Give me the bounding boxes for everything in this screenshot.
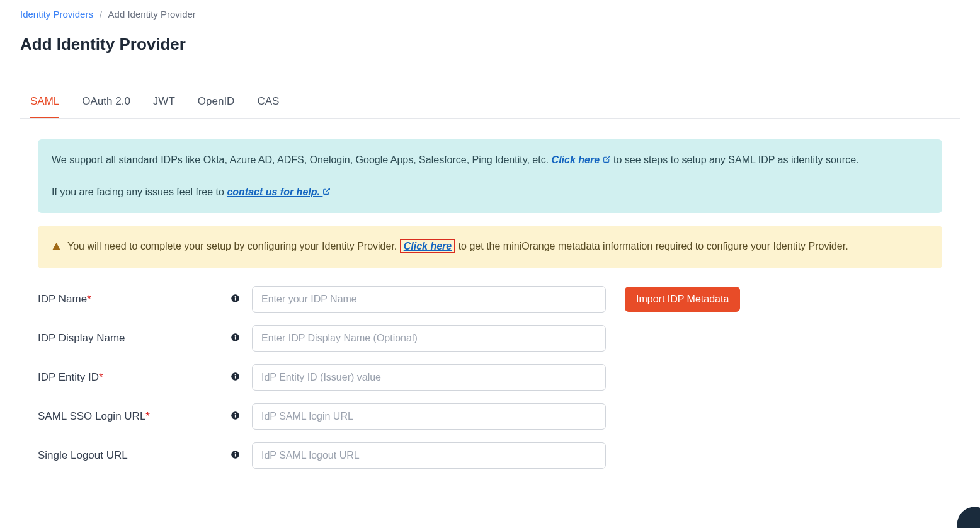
warn-text-pre: You will need to complete your setup by … [67, 241, 400, 251]
info-text-1b: to see steps to setup any SAML IDP as id… [611, 154, 859, 165]
svg-rect-9 [235, 376, 236, 379]
breadcrumb: Identity Providers / Add Identity Provid… [20, 9, 960, 20]
svg-rect-6 [235, 337, 236, 340]
svg-line-1 [326, 188, 330, 192]
label-saml-sso-url: SAML SSO Login URL* [38, 410, 227, 423]
breadcrumb-current: Add Identity Provider [108, 9, 196, 20]
info-text-1a: We support all standard IDPs like Okta, … [52, 154, 552, 165]
external-link-icon [603, 152, 611, 168]
info-icon[interactable] [231, 333, 240, 343]
form-row-idp-name: IDP Name* Import IDP Metadata [38, 286, 942, 313]
form-row-saml-sso-url: SAML SSO Login URL* [38, 403, 942, 430]
svg-point-13 [235, 413, 236, 415]
idp-form: IDP Name* Import IDP Metadata IDP Displa… [38, 286, 942, 469]
external-link-icon [322, 184, 331, 200]
breadcrumb-parent-link[interactable]: Identity Providers [20, 9, 93, 20]
input-single-logout-url[interactable] [252, 442, 606, 469]
form-row-idp-entity-id: IDP Entity ID* [38, 364, 942, 391]
svg-point-10 [235, 374, 236, 376]
svg-rect-15 [235, 454, 236, 457]
form-row-single-logout-url: Single Logout URL [38, 442, 942, 469]
warning-icon [52, 240, 61, 256]
tab-saml[interactable]: SAML [30, 88, 59, 118]
form-row-idp-display-name: IDP Display Name [38, 325, 942, 352]
info-link-setup[interactable]: Click here [552, 154, 611, 165]
tabs-container: SAML OAuth 2.0 JWT OpenID CAS [20, 88, 960, 119]
input-idp-display-name[interactable] [252, 325, 606, 352]
info-icon[interactable] [231, 372, 240, 382]
info-link-contact[interactable]: contact us for help. [227, 187, 331, 197]
label-idp-entity-id: IDP Entity ID* [38, 371, 227, 384]
warn-link-metadata[interactable]: Click here [400, 239, 455, 253]
warning-alert: You will need to complete your setup by … [38, 226, 942, 269]
svg-point-4 [235, 296, 236, 297]
input-idp-name[interactable] [252, 286, 606, 313]
import-metadata-button[interactable]: Import IDP Metadata [625, 287, 740, 312]
info-icon[interactable] [231, 450, 240, 461]
svg-line-0 [606, 156, 610, 160]
tab-cas[interactable]: CAS [257, 88, 279, 118]
svg-rect-3 [235, 298, 236, 301]
tab-jwt[interactable]: JWT [153, 88, 175, 118]
breadcrumb-separator: / [100, 9, 102, 20]
svg-point-16 [235, 452, 236, 454]
page-title: Add Identity Provider [20, 35, 960, 54]
warn-text-post: to get the miniOrange metadata informati… [455, 241, 848, 251]
input-idp-entity-id[interactable] [252, 364, 606, 391]
input-saml-sso-url[interactable] [252, 403, 606, 430]
info-icon[interactable] [231, 294, 240, 304]
label-idp-name: IDP Name* [38, 293, 227, 306]
tab-oauth2[interactable]: OAuth 2.0 [82, 88, 130, 118]
label-idp-display-name: IDP Display Name [38, 332, 227, 345]
svg-point-7 [235, 335, 236, 336]
info-text-2a: If you are facing any issues feel free t… [52, 187, 227, 197]
svg-rect-12 [235, 415, 236, 418]
tab-openid[interactable]: OpenID [198, 88, 235, 118]
info-icon[interactable] [231, 411, 240, 422]
info-alert: We support all standard IDPs like Okta, … [38, 139, 942, 213]
page-divider [20, 72, 960, 72]
label-single-logout-url: Single Logout URL [38, 449, 227, 462]
